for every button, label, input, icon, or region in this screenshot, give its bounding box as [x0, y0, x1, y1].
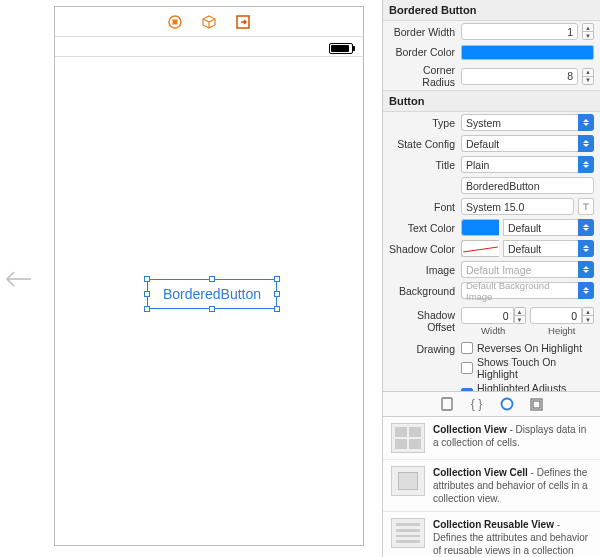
border-width-row: Border Width 1 ▲▼	[383, 21, 600, 42]
state-config-dropdown[interactable]: Default	[461, 135, 594, 152]
object-library-icon[interactable]	[499, 396, 515, 412]
shadow-offset-width-field[interactable]: 0	[461, 307, 514, 324]
inspector-scroll[interactable]: Bordered Button Border Width 1 ▲▼ Border…	[383, 0, 600, 391]
text-color-swatch[interactable]	[461, 219, 499, 236]
image-label: Image	[389, 264, 457, 276]
collection-view-icon	[391, 423, 425, 453]
shadow-offset-row: Shadow Offset 0▲▼ Width 0▲▼ Height	[383, 301, 600, 338]
type-dropdown[interactable]: System	[461, 114, 594, 131]
shadow-color-dropdown[interactable]: Default	[503, 240, 594, 257]
resize-handle[interactable]	[274, 291, 280, 297]
resize-handle[interactable]	[144, 291, 150, 297]
device-frame: BorderedButton	[54, 6, 364, 546]
cube-icon[interactable]	[201, 14, 217, 30]
library-item-text: Collection Reusable View - Defines the a…	[433, 518, 592, 557]
border-width-label: Border Width	[389, 26, 457, 38]
resize-handle[interactable]	[144, 276, 150, 282]
status-bar-divider	[55, 56, 363, 57]
svg-rect-2	[173, 19, 178, 24]
text-color-label: Text Color	[389, 222, 457, 234]
shadow-offset-label: Shadow Offset	[389, 307, 457, 333]
type-row: Type System	[383, 112, 600, 133]
title-text-row: BorderedButton	[383, 175, 600, 196]
state-config-row: State Config Default	[383, 133, 600, 154]
selected-element[interactable]: BorderedButton	[147, 279, 277, 309]
image-dropdown[interactable]: Default Image	[461, 261, 594, 278]
border-width-stepper[interactable]: ▲▼	[582, 23, 594, 40]
collection-cell-icon	[391, 466, 425, 496]
library-item-text: Collection View - Displays data in a col…	[433, 423, 592, 453]
section-bordered-button: Bordered Button	[383, 0, 600, 21]
drawing-label: Drawing	[389, 342, 457, 355]
border-width-field[interactable]: 1	[461, 23, 578, 40]
shadow-offset-height-field[interactable]: 0	[530, 307, 583, 324]
canvas[interactable]: BorderedButton	[36, 0, 382, 557]
shows-touch-checkbox[interactable]	[461, 362, 473, 374]
reusable-view-icon	[391, 518, 425, 548]
shadow-color-swatch[interactable]	[461, 240, 499, 257]
shadow-color-label: Shadow Color	[389, 243, 457, 255]
shadow-height-sublabel: Height	[548, 325, 575, 336]
background-dropdown[interactable]: Default Background Image	[461, 282, 594, 299]
exit-icon[interactable]	[235, 14, 251, 30]
library-selector-bar: { }	[383, 391, 600, 417]
text-color-dropdown[interactable]: Default	[503, 219, 594, 236]
nav-back-arrow[interactable]	[0, 0, 36, 557]
image-row: Image Default Image	[383, 259, 600, 280]
resize-handle[interactable]	[209, 276, 215, 282]
shadow-color-row: Shadow Color Default	[383, 238, 600, 259]
svg-point-5	[501, 399, 512, 410]
font-field[interactable]: System 15.0	[461, 198, 574, 215]
selection-outline	[147, 279, 277, 309]
title-label: Title	[389, 159, 457, 171]
section-button: Button	[383, 90, 600, 112]
shadow-width-sublabel: Width	[481, 325, 505, 336]
state-config-label: State Config	[389, 138, 457, 150]
border-color-label: Border Color	[389, 46, 457, 58]
drawing-row: Drawing Reverses On Highlight Shows Touc…	[383, 338, 600, 391]
reverses-label: Reverses On Highlight	[477, 342, 582, 354]
type-label: Type	[389, 117, 457, 129]
font-picker-icon[interactable]: ⊤	[578, 198, 594, 215]
title-mode-dropdown[interactable]: Plain	[461, 156, 594, 173]
battery-icon	[329, 43, 353, 54]
background-row: Background Default Background Image	[383, 280, 600, 301]
object-library[interactable]: Collection View - Displays data in a col…	[383, 417, 600, 557]
resize-handle[interactable]	[274, 276, 280, 282]
corner-radius-row: Corner Radius 8 ▲▼	[383, 62, 600, 90]
reverses-checkbox[interactable]	[461, 342, 473, 354]
stop-icon[interactable]	[167, 14, 183, 30]
highlighted-label: Highlighted Adjusts Image	[477, 382, 594, 391]
title-mode-row: Title Plain	[383, 154, 600, 175]
inspector-panel: Bordered Button Border Width 1 ▲▼ Border…	[382, 0, 600, 557]
media-library-icon[interactable]	[529, 396, 545, 412]
font-row: + Font System 15.0 ⊤	[383, 196, 600, 217]
library-item[interactable]: Collection Reusable View - Defines the a…	[383, 512, 600, 557]
resize-handle[interactable]	[274, 306, 280, 312]
svg-rect-7	[533, 401, 540, 408]
border-color-well[interactable]	[461, 45, 594, 60]
corner-radius-label: Corner Radius	[389, 64, 457, 88]
code-snippet-icon[interactable]: { }	[469, 396, 485, 412]
title-text-field[interactable]: BorderedButton	[461, 177, 594, 194]
background-label: Background	[389, 285, 457, 297]
shows-touch-label: Shows Touch On Highlight	[477, 356, 594, 380]
text-color-row: Text Color Default	[383, 217, 600, 238]
library-item[interactable]: Collection View Cell - Defines the attri…	[383, 460, 600, 512]
shadow-width-stepper[interactable]: ▲▼	[514, 307, 526, 324]
svg-rect-4	[442, 398, 452, 410]
corner-radius-field[interactable]: 8	[461, 68, 578, 85]
file-template-icon[interactable]	[439, 396, 455, 412]
library-item-text: Collection View Cell - Defines the attri…	[433, 466, 592, 505]
resize-handle[interactable]	[144, 306, 150, 312]
device-toolbar	[55, 7, 363, 37]
resize-handle[interactable]	[209, 306, 215, 312]
library-item[interactable]: Collection View - Displays data in a col…	[383, 417, 600, 460]
shadow-height-stepper[interactable]: ▲▼	[582, 307, 594, 324]
border-color-row: Border Color	[383, 42, 600, 62]
font-label: Font	[389, 201, 457, 213]
corner-radius-stepper[interactable]: ▲▼	[582, 68, 594, 85]
